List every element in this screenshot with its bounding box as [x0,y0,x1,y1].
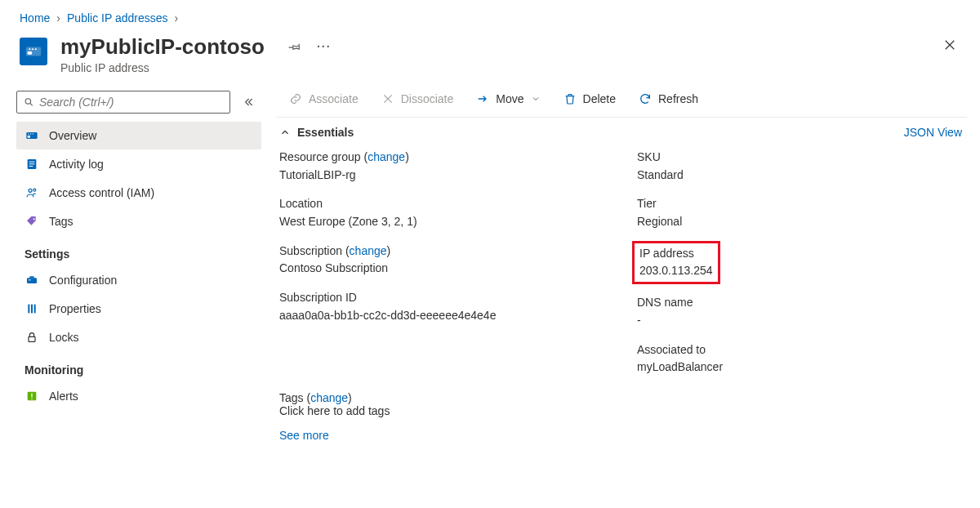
sidebar-item-alerts[interactable]: Alerts [16,382,261,410]
svg-rect-23 [34,305,36,314]
change-subscription-link[interactable]: change [350,244,387,257]
svg-rect-1 [28,51,33,55]
svg-point-9 [30,133,31,134]
svg-rect-26 [31,394,32,398]
sidebar-item-tags[interactable]: Tags [16,207,261,235]
page-subtitle: Public IP address [60,61,265,74]
delete-icon [564,92,577,105]
sidebar-item-iam[interactable]: Access control (IAM) [16,179,261,207]
page-header: myPublicIP-contoso Public IP address ··· [0,25,980,81]
chevron-right-icon: › [56,11,60,25]
change-resource-group-link[interactable]: change [368,150,405,163]
tags-icon [24,214,39,229]
locks-icon [24,330,39,345]
tier-label: Tier [637,195,962,213]
chevron-up-icon [279,127,291,138]
sidebar-item-activity-log[interactable]: Activity log [16,150,261,178]
svg-rect-7 [28,136,30,138]
svg-point-17 [33,218,35,220]
svg-point-8 [28,133,29,134]
svg-rect-24 [29,336,35,341]
sidebar-item-label: Locks [49,331,79,344]
resource-icon [20,38,47,65]
sku-label: SKU [637,149,962,167]
sidebar-item-label: Access control (IAM) [49,186,154,199]
svg-point-4 [35,48,37,50]
sidebar-item-locks[interactable]: Locks [16,323,261,351]
sidebar-item-label: Tags [49,215,74,228]
subscription-id-label: Subscription ID [279,289,604,307]
change-tags-link[interactable]: change [310,391,348,404]
svg-rect-20 [29,279,31,280]
sidebar-item-properties[interactable]: Properties [16,295,261,323]
svg-point-15 [29,189,32,192]
sku-value: Standard [637,167,962,185]
more-icon[interactable]: ··· [317,40,332,53]
resource-group-label: Resource group (change) [279,149,604,167]
svg-point-10 [33,133,33,134]
tier-value: Regional [637,213,962,231]
dissociate-icon [381,92,394,105]
properties-icon [24,301,39,316]
sidebar-item-overview[interactable]: Overview [16,122,261,149]
svg-rect-22 [31,305,33,314]
search-input[interactable] [39,96,223,109]
svg-rect-12 [29,162,35,163]
add-tags-link[interactable]: Click here to add tags [279,404,962,417]
svg-point-16 [33,189,36,191]
chevron-down-icon [531,94,541,104]
associated-to-value[interactable]: myLoadBalancer [637,359,962,377]
sidebar-item-label: Configuration [49,274,117,287]
svg-rect-18 [27,278,37,283]
move-button[interactable]: Move [466,89,550,109]
sidebar-item-label: Overview [49,129,96,142]
svg-rect-19 [29,276,33,278]
breadcrumb: Home › Public IP addresses › [0,0,980,25]
activity-log-icon [24,157,39,172]
svg-rect-27 [31,399,32,399]
location-label: Location [279,195,604,213]
breadcrumb-home[interactable]: Home [20,11,50,25]
dns-name-value: - [637,312,962,330]
ip-address-value: 203.0.113.254 [639,262,713,280]
ip-address-highlight: IP address 203.0.113.254 [632,241,720,284]
ip-address-label: IP address [639,245,713,263]
search-icon [24,96,34,108]
collapse-sidebar-icon[interactable] [238,92,258,112]
breadcrumb-parent[interactable]: Public IP addresses [67,11,167,25]
associate-icon [289,92,302,105]
subscription-value[interactable]: Contoso Subscription [279,260,604,278]
move-icon [476,92,489,105]
chevron-right-icon: › [175,11,179,25]
subscription-label: Subscription (change) [279,243,604,261]
main-content: Associate Dissociate Move Delete Refresh [271,81,980,442]
associated-to-label: Associated to [637,341,962,359]
sidebar-item-configuration[interactable]: Configuration [16,266,261,294]
sidebar-section-monitoring: Monitoring [16,352,261,381]
page-title: myPublicIP-contoso [60,34,265,60]
tags-label: Tags (change) [279,391,962,404]
svg-rect-21 [28,305,29,314]
associate-button: Associate [279,89,368,109]
sidebar-item-label: Properties [49,302,101,315]
dns-name-label: DNS name [637,294,962,312]
iam-icon [24,185,39,200]
pin-icon[interactable] [287,39,302,54]
delete-button[interactable]: Delete [554,89,626,109]
resource-group-value[interactable]: TutorialLBIP-rg [279,167,604,185]
essentials-header[interactable]: Essentials JSON View [276,118,967,144]
close-icon[interactable] [942,38,964,52]
search-input-wrapper[interactable] [16,91,230,114]
svg-rect-14 [29,166,33,167]
refresh-icon [639,92,652,105]
json-view-link[interactable]: JSON View [904,126,962,139]
svg-point-2 [29,48,30,50]
sidebar-item-label: Activity log [49,158,104,171]
essentials-grid: Resource group (change) TutorialLBIP-rg … [276,144,967,388]
command-bar: Associate Dissociate Move Delete Refresh [276,81,967,118]
see-more-link[interactable]: See more [279,429,329,442]
refresh-button[interactable]: Refresh [629,89,708,109]
sidebar: Overview Activity log Access control (IA… [0,81,271,442]
alerts-icon [24,389,39,403]
sidebar-item-label: Alerts [49,390,78,403]
